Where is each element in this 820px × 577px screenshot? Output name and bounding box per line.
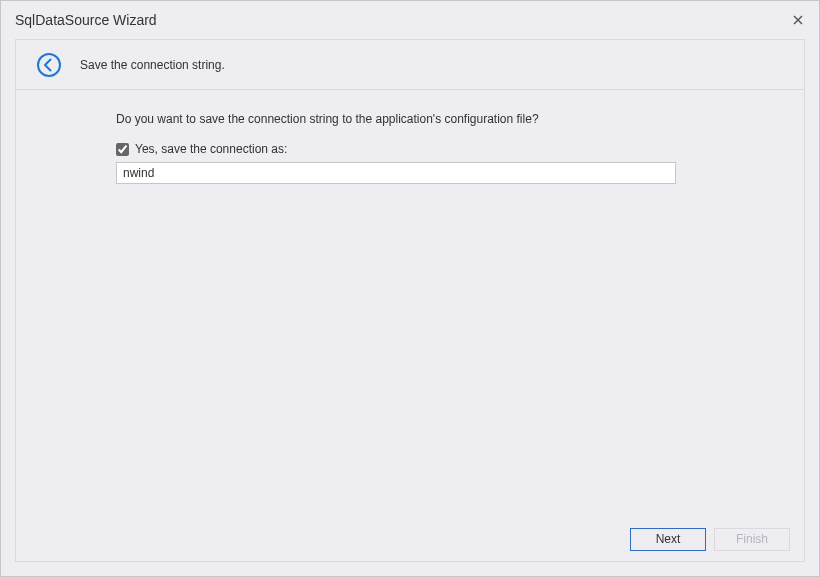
save-checkbox[interactable] (116, 143, 129, 156)
save-checkbox-label[interactable]: Yes, save the connection as: (135, 142, 287, 156)
window-title: SqlDataSource Wizard (15, 12, 787, 28)
svg-point-2 (38, 54, 60, 76)
wizard-body: Save the connection string. Do you want … (15, 39, 805, 562)
wizard-footer: Next Finish (16, 517, 804, 561)
connection-name-input[interactable] (116, 162, 676, 184)
close-icon (793, 15, 803, 25)
wizard-window: SqlDataSource Wizard Save the connection… (0, 0, 820, 577)
next-button[interactable]: Next (630, 528, 706, 551)
step-title: Save the connection string. (80, 58, 225, 72)
arrow-left-icon (36, 52, 62, 78)
finish-button: Finish (714, 528, 790, 551)
back-button[interactable] (36, 52, 62, 78)
step-content: Do you want to save the connection strin… (16, 90, 804, 517)
question-text: Do you want to save the connection strin… (116, 112, 784, 126)
step-header: Save the connection string. (16, 40, 804, 90)
titlebar: SqlDataSource Wizard (1, 1, 819, 39)
save-checkbox-row: Yes, save the connection as: (116, 142, 784, 156)
close-button[interactable] (787, 9, 809, 31)
